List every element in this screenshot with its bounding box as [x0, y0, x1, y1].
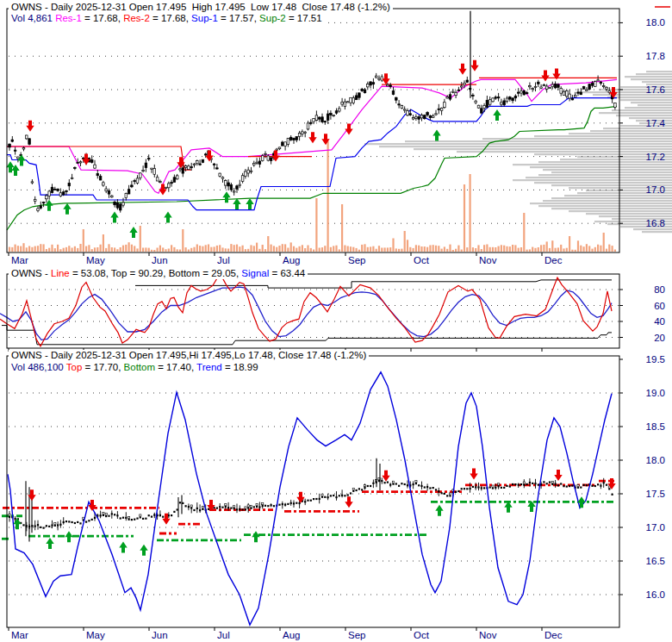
price-panel-title: OWNS - Daily 2025-12-31 Open 17.495 High… — [9, 2, 393, 13]
y-axis-label: 17.2 — [646, 152, 665, 162]
x-axis-month-label: May — [86, 255, 105, 265]
y-axis-label: 18.0 — [646, 455, 665, 465]
x-axis-month-label: Mar — [11, 630, 28, 640]
legend-part: Vol 486,100 — [11, 362, 66, 372]
x-axis-month-label: Dec — [544, 255, 563, 265]
title-part: = 63.44 — [269, 268, 305, 278]
stochastic-plot-area[interactable] — [7, 274, 619, 348]
legend-part: = 17.51 — [286, 13, 322, 23]
y-axis-label: 17.0 — [646, 184, 665, 195]
y-axis-label: 40 — [654, 316, 665, 327]
title-part: Signal — [241, 268, 269, 278]
chart-canvas: MarMayJunJulAugSepOctNovDec18.017.817.61… — [0, 0, 672, 642]
title-part: = 53.08, Top = 90.29, Bottom = 29.05, — [70, 268, 242, 278]
x-axis-month-label: Jul — [217, 630, 230, 640]
x-axis-month-label: Aug — [283, 255, 300, 265]
y-axis-label: 19.5 — [646, 354, 665, 365]
y-axis-label: 60 — [654, 301, 665, 311]
y-axis-label: 80 — [654, 284, 665, 295]
legend-part: Top — [66, 362, 83, 372]
legend-part: Sup-1 — [191, 13, 218, 23]
price-panel-legend: Vol 4,861 Res-1 = 17.68, Res-2 = 17.68, … — [9, 13, 325, 24]
x-axis-month-label: Sep — [348, 630, 365, 640]
x-axis-month-label: Aug — [283, 630, 300, 640]
y-axis-label: 17.5 — [646, 489, 665, 499]
x-axis-month-label: Jul — [217, 255, 230, 265]
legend-part: Trend — [196, 362, 222, 372]
title-part: OWNS - — [11, 268, 51, 278]
x-axis-month-label: Sep — [348, 255, 365, 265]
y-axis-label: 17.8 — [646, 51, 665, 61]
x-axis-month-label: Jun — [152, 255, 168, 265]
legend-part: = 17.40, — [155, 362, 196, 372]
trend-panel-legend: Vol 486,100 Top = 17.70, Bottom = 17.40,… — [9, 362, 261, 373]
legend-part: Bottom — [124, 362, 155, 372]
legend-part: Res-2 — [123, 13, 150, 23]
legend-part: = 17.57, — [218, 13, 259, 23]
title-part: Line — [51, 268, 70, 278]
y-axis-label: 19.0 — [646, 388, 665, 398]
legend-part: Vol 4,861 — [11, 13, 55, 23]
legend-part: Res-1 — [55, 13, 82, 23]
legend-part: = 17.70, — [82, 362, 123, 372]
y-axis-label: 18.0 — [646, 17, 665, 28]
x-axis-month-label: Nov — [479, 255, 497, 265]
y-axis-label: 16.0 — [646, 589, 665, 600]
x-axis-month-label: Oct — [414, 630, 430, 640]
y-axis-label: 17.0 — [646, 522, 665, 533]
y-axis-label: 17.4 — [646, 118, 666, 128]
y-axis-label: 20 — [654, 333, 665, 343]
x-axis-month-label: May — [86, 630, 105, 640]
x-axis-month-label: Oct — [414, 255, 430, 265]
x-axis-month-label: Dec — [544, 630, 563, 640]
legend-part: = 17.68, — [82, 13, 123, 23]
legend-part: = 17.68, — [150, 13, 191, 23]
legend-part: Sup-2 — [259, 13, 286, 23]
y-axis-label: 16.5 — [646, 556, 665, 566]
y-axis-label: 16.8 — [646, 218, 665, 228]
stochastic-panel-title: OWNS - Line = 53.08, Top = 90.29, Bottom… — [9, 268, 308, 279]
trend-panel-title: OWNS - Daily 2025-12-31 Open 17.495,Hi 1… — [9, 350, 369, 361]
y-axis-label: 17.6 — [646, 84, 665, 95]
trend-plot-area[interactable] — [7, 356, 619, 627]
x-axis-month-label: Jun — [152, 630, 168, 640]
x-axis-month-label: Mar — [11, 255, 28, 265]
x-axis-month-label: Nov — [479, 630, 497, 640]
price-plot-area[interactable] — [7, 9, 619, 252]
y-axis-label: 18.5 — [646, 421, 665, 432]
legend-part: = 18.99 — [222, 362, 258, 372]
